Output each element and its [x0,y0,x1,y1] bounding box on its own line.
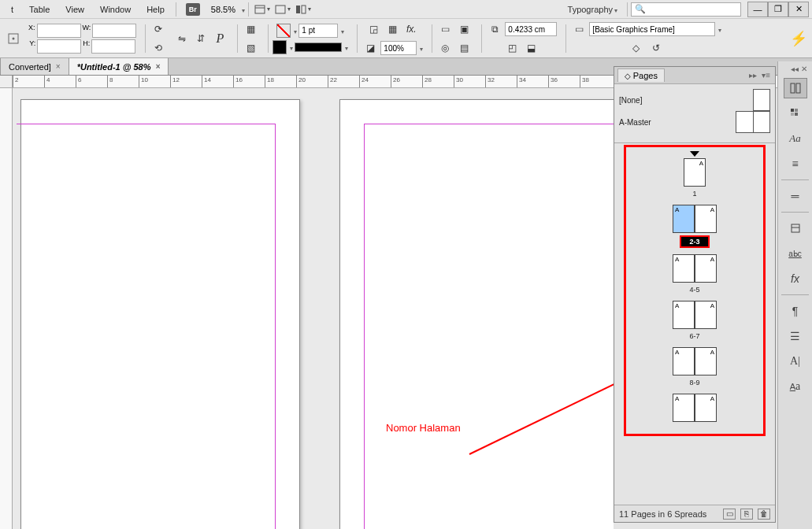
opacity-dropdown-icon[interactable] [418,43,423,53]
maximize-button[interactable]: ❐ [768,2,788,17]
fill-swatch[interactable] [276,24,291,38]
menu-item-table[interactable]: Table [21,5,57,14]
quick-apply-icon[interactable]: ⚡ [790,30,807,47]
page-thumb[interactable]: A [695,394,717,422]
swatches-panel-icon[interactable] [784,103,807,124]
page-thumb[interactable]: A [684,158,706,187]
flip-v-icon[interactable]: ⇵ [192,30,209,47]
page-thumb[interactable]: A [673,254,695,283]
close-tab-icon[interactable]: × [156,62,161,71]
panel-tab-pages[interactable]: ◇ Pages [617,68,665,82]
clear-override-icon[interactable]: ◇ [627,39,644,57]
obj-style-icon[interactable]: ▭ [570,20,588,38]
page-thumb[interactable]: A [695,347,717,375]
select-content-icon[interactable]: ▧ [242,39,259,57]
dim-field[interactable] [505,22,557,36]
ruler-origin[interactable] [0,76,13,88]
wrap-bound-icon[interactable]: ▣ [455,20,473,38]
stroke-panel-icon[interactable]: ═ [784,186,807,206]
stroke-weight-field[interactable] [298,24,338,38]
menu-item-t[interactable]: t [3,5,21,14]
stroke-color-dropdown-icon[interactable] [288,43,293,52]
pages-panel-icon[interactable] [784,78,807,98]
spread-label[interactable]: 1 [688,189,701,198]
x-field[interactable] [37,24,81,38]
arrange-docs-icon[interactable] [294,2,313,17]
spread-thumb[interactable]: AA [673,205,717,233]
new-page-icon[interactable]: ⎘ [740,509,753,520]
close-tab-icon[interactable]: × [56,62,61,71]
spread-label[interactable]: 4-5 [684,285,704,294]
spread-label[interactable]: 6-7 [684,331,704,341]
page-right[interactable] [339,99,614,529]
view-options-icon[interactable] [253,2,272,17]
page-thumb[interactable]: A [695,254,717,283]
para-style-panel-icon[interactable]: ¶ [784,301,807,321]
page-thumb[interactable]: A [695,205,717,233]
stroke-style[interactable] [295,43,342,52]
rotate-ccw-icon[interactable]: ⟲ [150,39,167,57]
panel-collapse-icon[interactable]: ▸▸ [747,71,758,80]
pages-list[interactable]: A1AA2-3AA4-5AA6-7AA8-9AA [614,143,775,505]
zoom-level-display[interactable]: 58.5% [206,5,240,14]
spread-block[interactable]: AA2-3 [614,205,775,248]
vertical-ruler[interactable] [0,88,13,529]
page-thumb[interactable]: A [673,347,695,375]
stroke-swatch[interactable] [273,40,287,54]
links-panel-icon[interactable] [784,218,807,239]
opacity-icon[interactable]: ▦ [384,20,401,38]
master-none-thumb[interactable] [753,89,770,111]
wrap-jump-icon[interactable]: ▤ [455,39,473,57]
crop-icon[interactable]: ⧉ [486,20,503,38]
spread-label[interactable] [690,424,699,426]
menu-item-help[interactable]: Help [139,5,172,14]
spread-block[interactable]: AA8-9 [614,347,775,387]
rotate-cw-icon[interactable]: ⟳ [150,20,167,38]
doc-tab-0[interactable]: Converted] × [0,57,69,75]
spread-block[interactable]: A1 [614,151,775,198]
corner-link-icon[interactable]: ⬓ [522,39,539,57]
char-style-panel-icon[interactable]: A| [784,351,807,372]
minimize-button[interactable]: — [747,2,768,17]
flip-h-icon[interactable]: ⇋ [173,30,191,47]
fill-dropdown-icon[interactable] [292,26,297,35]
master-none[interactable]: [None] [619,96,642,105]
corner-shape-icon[interactable]: ◰ [503,39,521,57]
spread-block[interactable]: AA [614,394,775,426]
master-a[interactable]: A-Master [619,118,651,127]
page-thumb[interactable]: A [695,301,717,329]
bridge-icon[interactable]: Br [186,3,200,16]
effects-panel-icon[interactable]: fx [784,268,807,289]
stroke-weight-dropdown-icon[interactable] [339,26,344,35]
ref-point-icon[interactable] [5,30,22,47]
menu-item-view[interactable]: View [57,5,92,14]
abc-panel-icon[interactable]: ab̲c [784,243,807,264]
panel-menu-icon[interactable]: ▾≡ [760,71,772,80]
stroke-style-dropdown-icon[interactable] [343,43,348,52]
character-panel-icon[interactable]: Aa [784,128,807,149]
text-icon[interactable]: P [211,30,228,47]
canvas[interactable]: Nomor Halaman [13,88,614,529]
w-field[interactable] [92,24,136,38]
search-input[interactable]: 🔍 [631,2,741,17]
spread-thumb[interactable]: AA [673,301,717,329]
object-style-field[interactable] [589,22,715,36]
page-left[interactable] [20,99,300,529]
delete-page-icon[interactable]: 🗑 [758,509,770,520]
spread-thumb[interactable]: AA [673,254,717,283]
doc-tab-1[interactable]: *Untitled-1 @ 58% × [69,57,169,75]
drop-shadow-icon[interactable]: ◪ [362,39,379,57]
wrap-none-icon[interactable]: ▭ [436,20,454,38]
spread-label[interactable]: 2-3 [680,235,709,248]
screen-mode-icon[interactable] [273,2,292,17]
page-thumb[interactable]: A [673,394,695,422]
page-thumb[interactable]: A [673,205,695,233]
corner-icon[interactable]: ◲ [365,20,382,38]
opacity-field[interactable] [380,41,417,55]
close-button[interactable]: ✕ [788,2,809,17]
spread-label[interactable]: 8-9 [684,378,704,387]
glyph-panel-icon[interactable]: Aa [784,376,807,397]
spread-thumb[interactable]: AA [673,347,717,375]
spread-block[interactable]: AA4-5 [614,254,775,294]
spread-thumb[interactable]: A [684,158,706,187]
